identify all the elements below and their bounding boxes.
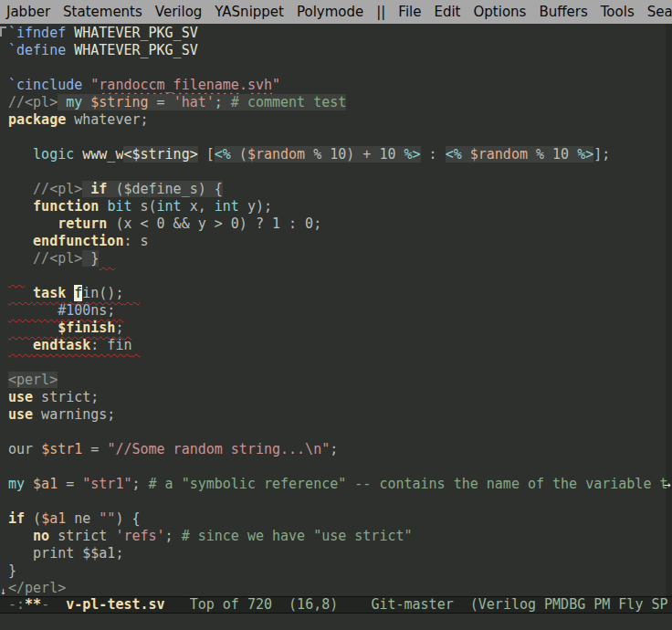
code-token: WHATEVER_PKG_SV (74, 25, 197, 41)
code-token: 'refs' (115, 528, 164, 544)
code-token: "//Some random string...\n" (107, 441, 330, 457)
menu-item-polymode[interactable]: Polymode (290, 0, 370, 24)
code-token: $finish (58, 320, 115, 336)
code-token (8, 528, 33, 544)
code-line: our $str1 = "//Some random string...\n"; (0, 441, 672, 458)
code-token (8, 250, 33, 267)
code-token: : fin (90, 337, 131, 353)
code-line: </perl>↓ (0, 580, 672, 596)
code-token (58, 94, 66, 110)
code-line: print $$a1; (0, 545, 672, 562)
mode-line[interactable]: -:**- v-pl-test.sv Top of 720 (16,8) Git… (0, 596, 672, 614)
code-line: `define WHATEVER_PKG_SV (0, 42, 672, 59)
continuation-down-arrow-icon: ↓ (0, 583, 8, 596)
code-line: logic www_w<$string> [<% ($random % 10) … (0, 146, 672, 163)
code-token: in(); (82, 285, 123, 301)
code-token: package (8, 111, 66, 128)
code-token (8, 354, 25, 371)
code-token: %> (404, 146, 421, 163)
code-token: = (149, 94, 173, 110)
code-token: `define (8, 42, 66, 58)
code-token: <% (215, 146, 231, 163)
code-token (8, 337, 33, 353)
emacs-window: JabberStatementsVerilogYASnippetPolymode… (0, 0, 672, 630)
code-token: # a "symbolic reference" -- contains the… (149, 476, 668, 492)
code-token: ; (131, 476, 148, 492)
code-token: ( (25, 510, 41, 527)
code-line (0, 268, 672, 285)
menu-item-tools[interactable]: Tools (594, 0, 641, 24)
menu-item-verilog[interactable]: Verilog (149, 0, 209, 24)
echo-area[interactable]: (verilog-mode) type:host span:348-411 cl… (0, 614, 672, 630)
code-line: //<pl> my $string = 'hat'; # comment tes… (0, 94, 672, 111)
editor-buffer[interactable]: `ifndef WHATEVER_PKG_SV`define WHATEVER_… (0, 24, 672, 596)
code-token: ne (66, 510, 99, 527)
code-line (0, 354, 672, 372)
code-token: ) { (115, 510, 140, 527)
code-line: $finish; (0, 320, 672, 337)
menu-item-yasnippet[interactable]: YASnippet (208, 0, 290, 24)
code-token: my (8, 476, 25, 492)
code-token: //<pl> (8, 94, 58, 110)
code-line: my $a1 = "str1"; # a "symbolic reference… (0, 476, 672, 493)
code-line: use strict; (0, 389, 672, 406)
code-token (82, 250, 90, 267)
menu-item-jabber[interactable]: Jabber (0, 0, 57, 24)
code-token: %> (577, 146, 593, 163)
code-token: # since we have "use strict" (182, 528, 413, 544)
code-token: ; (215, 94, 231, 110)
code-area: `ifndef WHATEVER_PKG_SV`define WHATEVER_… (0, 25, 672, 596)
code-token: warnings; (33, 406, 115, 423)
code-line: //<pl> if ($define_s) { (0, 181, 672, 198)
code-token: </perl> (8, 580, 66, 596)
menu-item-edit[interactable]: Edit (427, 0, 467, 24)
code-token: ]; (593, 146, 610, 163)
code-token: $string (90, 94, 148, 110)
code-token: $a1 (41, 510, 66, 527)
code-token: % 10) + 10 (305, 146, 404, 163)
code-token (74, 146, 82, 163)
code-token: x, (182, 198, 215, 215)
text-cursor: f (74, 285, 82, 301)
code-token: svh (247, 77, 272, 93)
code-token: $a1 (33, 476, 58, 492)
code-token (8, 146, 33, 163)
code-line (0, 129, 672, 146)
code-token: logic (33, 146, 74, 163)
code-token: (x < 0 && y > 0) ? 1 : 0; (107, 215, 321, 232)
code-line: return (x < 0 && y > 0) ? 1 : 0; (0, 215, 672, 233)
code-token: = (82, 441, 107, 457)
code-token: " (90, 77, 99, 93)
code-line: function bit s(int x, int y); (0, 198, 672, 215)
code-line: `cinclude "randoccm_filename.svh" (0, 77, 672, 94)
code-line: #100ns; (0, 302, 672, 320)
code-token (82, 77, 90, 93)
code-token: ( (231, 146, 247, 163)
code-token (8, 320, 58, 336)
code-token: use (8, 389, 33, 405)
menu-item-search[interactable]: Search (641, 0, 672, 24)
menu-item-statements[interactable]: Statements (57, 0, 149, 24)
code-token: } (8, 562, 16, 579)
code-token: $random (247, 146, 305, 163)
code-token (115, 302, 123, 319)
code-token (82, 181, 90, 197)
code-line: endtask: fin (0, 337, 672, 354)
code-token: strict; (33, 389, 99, 405)
code-token: ; (165, 528, 182, 544)
menu-item-[interactable]: || (370, 0, 392, 24)
menu-item-file[interactable]: File (392, 0, 427, 24)
code-line: //<pl> } (0, 250, 672, 268)
code-token: <perl> (8, 372, 58, 388)
code-token: no (33, 528, 49, 544)
code-line: use warnings; (0, 406, 672, 424)
code-token (66, 42, 74, 58)
code-token: #100 (58, 302, 90, 319)
code-line: task fin(); (0, 285, 672, 302)
code-token: ; (330, 441, 338, 457)
code-token: print $$a1; (8, 545, 123, 562)
code-token (8, 198, 33, 215)
code-token (8, 302, 58, 319)
menu-item-buffers[interactable]: Buffers (532, 0, 593, 24)
menu-item-options[interactable]: Options (467, 0, 533, 24)
